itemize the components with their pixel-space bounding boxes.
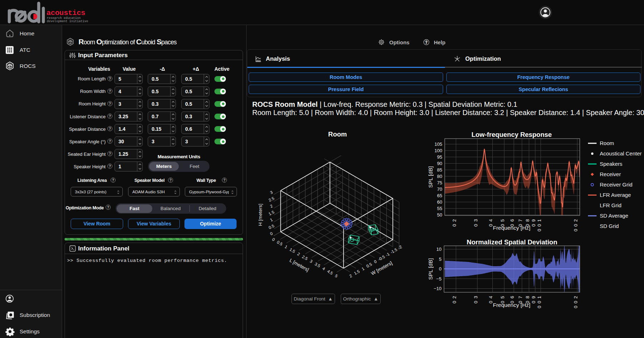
svg-text:0: 0 xyxy=(573,301,578,303)
svg-text:Room: Room xyxy=(600,140,614,146)
svg-text:Normalized Spatial Deviation: Normalized Spatial Deviation xyxy=(467,238,557,246)
svg-text:8: 8 xyxy=(525,296,530,298)
svg-text:2: 2 xyxy=(349,273,353,278)
svg-text:0: 0 xyxy=(269,231,273,236)
svg-text:0: 0 xyxy=(573,306,578,308)
svg-text:4.5: 4.5 xyxy=(326,269,334,275)
svg-text:Room: Room xyxy=(328,130,347,138)
svg-text:?: ? xyxy=(425,40,427,44)
svg-text:3: 3 xyxy=(309,259,313,264)
svg-text:development initiative: development initiative xyxy=(47,20,88,23)
svg-text:100: 100 xyxy=(435,148,442,153)
svg-text:90: 90 xyxy=(437,161,442,166)
svg-text:0: 0 xyxy=(452,301,457,303)
svg-text:50: 50 xyxy=(437,212,442,218)
svg-text:Receiver Grid: Receiver Grid xyxy=(600,182,633,188)
svg-text:−10: −10 xyxy=(433,286,441,291)
svg-text:6: 6 xyxy=(509,219,515,222)
svg-text:3: 3 xyxy=(473,219,478,222)
svg-text:7: 7 xyxy=(518,219,523,222)
svg-text:1: 1 xyxy=(269,218,273,223)
svg-text:3: 3 xyxy=(473,296,478,298)
svg-text:2: 2 xyxy=(296,252,300,257)
svg-text:9: 9 xyxy=(531,296,536,298)
svg-text:Receiver: Receiver xyxy=(600,171,621,177)
svg-text:10: 10 xyxy=(436,247,441,252)
svg-text:2: 2 xyxy=(573,219,578,222)
svg-text:5: 5 xyxy=(334,273,338,278)
svg-text:0: 0 xyxy=(537,224,542,227)
svg-text:1: 1 xyxy=(537,219,542,222)
svg-text:2: 2 xyxy=(573,296,578,298)
svg-text:SPL [dB]: SPL [dB] xyxy=(427,166,433,188)
svg-text:2: 2 xyxy=(452,219,457,222)
svg-text:1: 1 xyxy=(537,296,542,298)
svg-text:5: 5 xyxy=(439,257,441,262)
svg-text:8: 8 xyxy=(525,219,530,222)
svg-text:5: 5 xyxy=(500,219,505,222)
svg-text:0: 0 xyxy=(272,237,275,242)
svg-text:60: 60 xyxy=(437,199,442,205)
svg-text:Low-frequency Response: Low-frequency Response xyxy=(471,131,552,138)
svg-text:SPL [dB]: SPL [dB] xyxy=(427,258,433,280)
svg-text:2: 2 xyxy=(452,296,457,298)
svg-text:4: 4 xyxy=(322,266,326,271)
svg-text:H [meters]: H [meters] xyxy=(258,204,263,226)
svg-text:Frequency [Hz]: Frequency [Hz] xyxy=(493,302,530,308)
svg-text:1: 1 xyxy=(284,244,288,249)
svg-text:3.5: 3.5 xyxy=(314,262,321,268)
svg-text:Acoustical Center: Acoustical Center xyxy=(600,150,642,156)
svg-text:9: 9 xyxy=(531,219,536,222)
svg-text:4: 4 xyxy=(488,296,493,298)
svg-text:0: 0 xyxy=(373,259,377,264)
svg-text:5: 5 xyxy=(500,296,505,298)
svg-text:-1.5: -1.5 xyxy=(390,247,398,254)
svg-text:0: 0 xyxy=(473,224,478,227)
svg-text:6: 6 xyxy=(509,296,515,298)
svg-text:-0.5: -0.5 xyxy=(377,254,386,262)
svg-text:2.5: 2.5 xyxy=(301,254,309,261)
svg-text:80: 80 xyxy=(437,174,442,179)
svg-text:0: 0 xyxy=(452,224,457,227)
svg-text:75: 75 xyxy=(437,180,442,185)
svg-text:0: 0 xyxy=(537,306,542,308)
svg-text:0.5: 0.5 xyxy=(366,262,373,268)
svg-text:1: 1 xyxy=(361,266,365,271)
svg-text:0: 0 xyxy=(537,229,542,232)
svg-text:85: 85 xyxy=(437,167,442,173)
svg-text:0: 0 xyxy=(573,224,578,227)
svg-text:1.5: 1.5 xyxy=(289,247,296,254)
svg-text:0: 0 xyxy=(531,224,536,227)
svg-text:LFR Average: LFR Average xyxy=(600,192,631,198)
svg-text:55: 55 xyxy=(437,206,442,211)
svg-text:65: 65 xyxy=(437,193,442,198)
svg-text:W [meters]: W [meters] xyxy=(370,260,393,276)
svg-text:4: 4 xyxy=(488,219,493,222)
svg-text:3: 3 xyxy=(269,190,273,195)
svg-text:0: 0 xyxy=(573,229,578,232)
svg-text:105: 105 xyxy=(435,141,442,147)
svg-text:−5: −5 xyxy=(436,276,442,282)
svg-text:1.5: 1.5 xyxy=(353,269,360,275)
svg-text:0: 0 xyxy=(531,301,536,303)
svg-text:SD Grid: SD Grid xyxy=(600,223,619,229)
svg-text:0.5: 0.5 xyxy=(276,240,283,246)
svg-text:-2: -2 xyxy=(397,244,403,250)
svg-text:0: 0 xyxy=(473,301,478,303)
svg-text:7: 7 xyxy=(518,296,523,298)
svg-text:SD Average: SD Average xyxy=(600,213,628,219)
svg-text:95: 95 xyxy=(437,154,442,160)
svg-text:Speakers: Speakers xyxy=(600,161,622,167)
svg-text:70: 70 xyxy=(437,187,442,192)
svg-text:-1: -1 xyxy=(385,252,390,257)
svg-text:2: 2 xyxy=(269,204,273,209)
svg-text:0: 0 xyxy=(439,266,441,272)
svg-text:LFR Grid: LFR Grid xyxy=(600,202,622,208)
svg-text:0: 0 xyxy=(537,301,542,303)
svg-text:Frequency [Hz]: Frequency [Hz] xyxy=(493,225,530,231)
